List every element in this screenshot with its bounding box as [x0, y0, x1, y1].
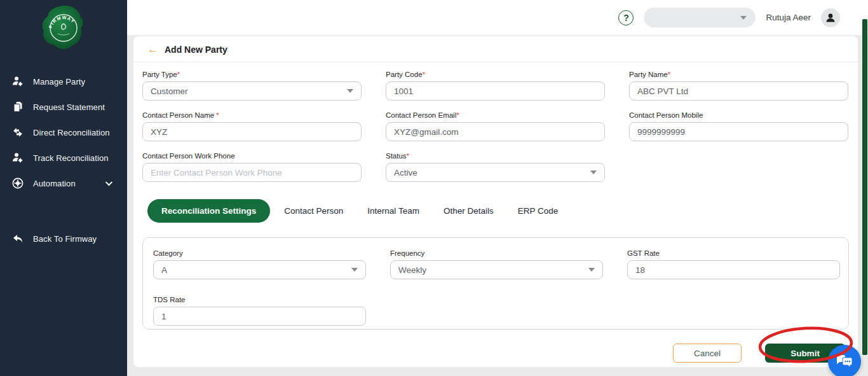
- field-contact-person-email: Contact Person Email*: [386, 111, 605, 141]
- tab-erp-code[interactable]: ERP Code: [508, 200, 569, 222]
- selected-value: Active: [394, 168, 417, 178]
- tab-internal-team[interactable]: Internal Team: [357, 200, 430, 222]
- sidebar-item-request-statement[interactable]: Request Statement: [0, 94, 127, 120]
- field-tds-rate: TDS Rate: [153, 296, 366, 326]
- field-contact-person-work-phone: Contact Person Work Phone: [142, 152, 362, 182]
- caret-down-icon: [590, 171, 597, 174]
- contact-person-work-phone-input[interactable]: [142, 163, 362, 182]
- required-asterisk: *: [177, 71, 180, 78]
- tab-other-details[interactable]: Other Details: [433, 200, 504, 222]
- field-contact-person-name: Contact Person Name *: [142, 111, 362, 141]
- selected-value: Weekly: [398, 265, 426, 275]
- field-label: Contact Person Name *: [142, 111, 362, 119]
- swap-arrows-icon: [11, 126, 24, 139]
- chat-widget-button[interactable]: [828, 345, 861, 376]
- field-frequency: Frequency Weekly: [390, 249, 603, 279]
- person-gear-icon: [11, 75, 24, 88]
- party-form: Party Type* Customer Party Code* Party N…: [133, 62, 858, 193]
- party-type-select[interactable]: Customer: [142, 81, 362, 101]
- firmway-logo: FIRMWAY: [0, 0, 127, 52]
- sidebar-item-label: Automation: [33, 179, 76, 188]
- field-label: Party Type*: [142, 71, 362, 78]
- contact-person-mobile-input[interactable]: [629, 122, 848, 141]
- frequency-select[interactable]: Weekly: [390, 260, 603, 279]
- card-header: ← Add New Party: [133, 36, 858, 62]
- field-category: Category A: [153, 249, 366, 279]
- reply-arrow-icon: [11, 232, 24, 245]
- chevron-down-icon: [105, 179, 112, 186]
- sidebar-item-label: Track Reconciliation: [33, 153, 109, 163]
- selected-value: A: [161, 265, 167, 275]
- tds-rate-input[interactable]: [153, 307, 366, 326]
- gear-circle-icon: [11, 177, 24, 190]
- required-asterisk: *: [423, 71, 425, 78]
- party-name-input[interactable]: [629, 81, 848, 101]
- field-contact-person-mobile: Contact Person Mobile: [629, 111, 848, 141]
- sidebar-item-direct-reconciliation[interactable]: Direct Reconciliation: [0, 120, 127, 145]
- sidebar-item-back-to-firmway[interactable]: Back To Firmway: [0, 226, 127, 251]
- sidebar-item-label: Manage Party: [33, 77, 85, 87]
- help-icon[interactable]: ?: [618, 10, 634, 25]
- top-bar: ? Rutuja Aeer: [127, 0, 868, 35]
- reconciliation-settings-panel: Category A Frequency Weekly GST Rate TDS…: [142, 237, 849, 330]
- contact-person-email-input[interactable]: [386, 122, 605, 141]
- field-label: Frequency: [390, 249, 603, 257]
- field-label: TDS Rate: [153, 296, 366, 303]
- sidebar-item-automation[interactable]: Automation: [0, 171, 127, 196]
- form-actions: Cancel Submit: [133, 330, 858, 363]
- field-label: Contact Person Email*: [386, 111, 605, 119]
- field-label: GST Rate: [627, 249, 840, 257]
- gst-rate-input[interactable]: [627, 260, 840, 279]
- required-asterisk: *: [216, 111, 219, 119]
- vertical-scrollbar[interactable]: [862, 19, 867, 355]
- page-title: Add New Party: [165, 45, 227, 55]
- status-select[interactable]: Active: [386, 163, 605, 182]
- person-gear-icon: [11, 151, 24, 164]
- field-party-name: Party Name*: [629, 71, 848, 101]
- field-label: Contact Person Work Phone: [142, 152, 362, 160]
- sidebar-nav: Manage Party Request Statement Direct Re…: [0, 69, 127, 251]
- header-dropdown[interactable]: [644, 8, 756, 27]
- tab-contact-person[interactable]: Contact Person: [274, 200, 353, 222]
- sidebar-item-label: Direct Reconciliation: [33, 128, 110, 137]
- copy-icon: [11, 101, 24, 113]
- sidebar-item-label: Request Statement: [33, 102, 105, 112]
- caret-down-icon: [588, 268, 595, 272]
- field-gst-rate: GST Rate: [627, 249, 840, 279]
- field-label: Category: [153, 249, 366, 257]
- selected-value: Customer: [151, 87, 188, 96]
- field-party-type: Party Type* Customer: [142, 71, 362, 101]
- sidebar-item-manage-party[interactable]: Manage Party: [0, 69, 127, 94]
- party-code-input[interactable]: [386, 81, 605, 101]
- field-status: Status* Active: [386, 152, 605, 182]
- category-select[interactable]: A: [153, 260, 366, 279]
- caret-down-icon: [351, 268, 358, 272]
- user-name: Rutuja Aeer: [766, 13, 811, 22]
- contact-person-name-input[interactable]: [142, 122, 362, 141]
- avatar[interactable]: [821, 8, 840, 27]
- detail-tabs: Reconciliation Settings Contact Person I…: [133, 193, 858, 223]
- caret-down-icon: [740, 16, 747, 20]
- cancel-button[interactable]: Cancel: [673, 344, 742, 363]
- field-label: Contact Person Mobile: [629, 111, 848, 119]
- required-asterisk: *: [407, 152, 409, 160]
- field-label: Status*: [386, 152, 605, 160]
- required-asterisk: *: [668, 71, 670, 78]
- field-party-code: Party Code*: [386, 71, 605, 101]
- person-icon: [825, 12, 836, 24]
- tab-reconciliation-settings[interactable]: Reconciliation Settings: [147, 199, 270, 223]
- required-asterisk: *: [456, 111, 459, 119]
- chat-bubbles-icon: [836, 354, 853, 368]
- sidebar-item-track-reconciliation[interactable]: Track Reconciliation: [0, 145, 127, 171]
- help-glyph: ?: [623, 13, 629, 23]
- back-arrow-icon[interactable]: ←: [147, 44, 158, 55]
- sidebar: FIRMWAY Manage Party Request Statement D…: [0, 0, 127, 376]
- add-new-party-card: ← Add New Party Party Type* Customer Par…: [133, 36, 858, 367]
- field-label: Party Code*: [386, 71, 605, 78]
- caret-down-icon: [347, 89, 353, 93]
- sidebar-item-label: Back To Firmway: [33, 234, 97, 244]
- field-label: Party Name*: [629, 71, 848, 78]
